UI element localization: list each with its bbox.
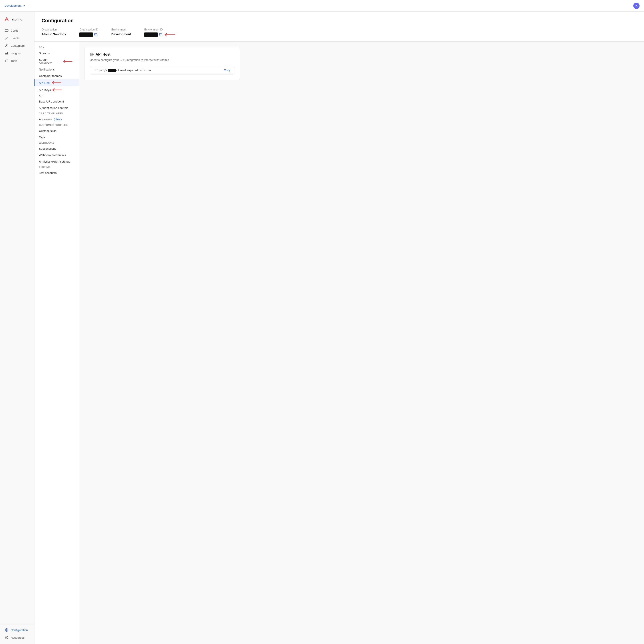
left-nav-custom-fields[interactable]: Custom fields — [34, 128, 79, 134]
customers-icon — [5, 44, 8, 47]
arrow-annotation-env-id — [164, 32, 177, 37]
logo-icon — [4, 16, 10, 22]
testing-label: Testing — [34, 165, 79, 170]
left-nav-notifications[interactable]: Notifications — [34, 66, 79, 73]
main: Configuration Organisation Atomic Sandbo… — [34, 12, 644, 644]
sidebar-item-tools[interactable]: Tools — [1, 57, 33, 64]
url-redacted — [108, 69, 116, 72]
sidebar-bottom: Configuration Resources — [0, 624, 34, 641]
meta-row: Organisation Atomic Sandbox Organization… — [42, 28, 637, 37]
api-host-card-title: API Host — [96, 52, 111, 56]
env-id-value — [144, 32, 177, 37]
org-id-field: Organization ID — [79, 28, 98, 37]
left-nav-api-host[interactable]: API Host — [34, 79, 79, 86]
right-content: API Host Used to configure your SDK inte… — [79, 42, 644, 644]
copy-button[interactable]: Copy — [224, 68, 231, 72]
customer-profiles-label: Customer profiles — [34, 123, 79, 128]
left-nav-base-url[interactable]: Base URL endpoint — [34, 98, 79, 105]
two-col-layout: SDK Streams Stream containers Notificati… — [34, 42, 644, 644]
env-id-redacted — [144, 32, 158, 37]
sidebar-item-tools-label: Tools — [11, 59, 17, 62]
org-id-value — [79, 32, 98, 37]
environment-selector[interactable]: Development — [4, 4, 25, 7]
sidebar-item-customers[interactable]: Customers — [1, 42, 33, 49]
svg-rect-3 — [6, 53, 7, 54]
card-templates-section: Card Templates Approvals Beta — [34, 111, 79, 123]
arrow-annotation-api-keys — [52, 88, 64, 92]
sdk-section-label: SDK — [34, 45, 79, 50]
left-nav-auth-controls[interactable]: Authentication controls — [34, 105, 79, 111]
chevron-down-icon — [22, 4, 25, 7]
environment-label: Development — [4, 4, 22, 7]
configuration-icon — [5, 628, 8, 632]
left-nav-streams[interactable]: Streams — [34, 50, 79, 56]
api-host-url-row: https://client-api.atomic.io Copy — [90, 66, 234, 74]
svg-rect-4 — [7, 52, 8, 54]
sidebar: atomic Cards Events Customers Insights T… — [0, 12, 34, 644]
insights-icon — [5, 51, 8, 55]
sidebar-item-resources-label: Resources — [11, 636, 24, 639]
env-id-copy-icon[interactable] — [159, 33, 163, 36]
svg-point-1 — [6, 44, 7, 46]
environment-field-label: Environment — [111, 28, 131, 31]
api-url-text: https://client-api.atomic.io — [94, 68, 151, 72]
sidebar-item-configuration[interactable]: Configuration — [1, 626, 33, 634]
api-host-card: API Host Used to configure your SDK inte… — [84, 47, 240, 80]
page-title: Configuration — [42, 18, 637, 24]
left-nav-stream-containers[interactable]: Stream containers — [34, 56, 79, 66]
logo-text: atomic — [12, 17, 22, 21]
org-id-redacted — [79, 32, 93, 37]
left-nav-subscriptions[interactable]: Subscriptions — [34, 145, 79, 152]
org-id-label: Organization ID — [79, 28, 98, 31]
stream-containers-label: Stream containers — [39, 58, 62, 65]
left-nav-analytics-export[interactable]: Analytics export settings — [34, 158, 79, 165]
api-host-label: API Host — [39, 81, 50, 85]
sidebar-item-events[interactable]: Events — [1, 34, 33, 42]
organisation-field: Organisation Atomic Sandbox — [42, 28, 66, 36]
svg-rect-2 — [5, 53, 6, 54]
left-nav-api-keys[interactable]: API Keys — [34, 86, 79, 93]
avatar[interactable]: K — [633, 3, 640, 9]
sidebar-item-cards[interactable]: Cards — [1, 27, 33, 34]
webhooks-label: Webhooks — [34, 141, 79, 145]
arrow-annotation-stream-containers — [62, 59, 74, 63]
logo: atomic — [0, 14, 34, 27]
sidebar-item-insights[interactable]: Insights — [1, 49, 33, 57]
sidebar-item-events-label: Events — [11, 36, 20, 40]
api-section-label: API — [34, 93, 79, 98]
app-layout: atomic Cards Events Customers Insights T… — [0, 12, 644, 644]
sidebar-item-insights-label: Insights — [11, 52, 21, 55]
org-id-copy-icon[interactable] — [94, 33, 98, 36]
tools-icon — [5, 59, 8, 62]
api-host-card-header: API Host — [90, 52, 234, 56]
organisation-label: Organisation — [42, 28, 66, 31]
sidebar-item-resources[interactable]: Resources — [1, 634, 33, 641]
testing-section: Testing Test accounts — [34, 165, 79, 176]
left-nav-tags[interactable]: Tags — [34, 134, 79, 141]
arrow-annotation-api-host — [51, 81, 63, 85]
svg-rect-8 — [160, 34, 162, 36]
left-nav: SDK Streams Stream containers Notificati… — [34, 42, 79, 644]
sidebar-item-customers-label: Customers — [11, 44, 25, 47]
sidebar-item-configuration-label: Configuration — [11, 628, 28, 632]
sidebar-item-cards-label: Cards — [11, 29, 18, 32]
topbar-left: Development — [4, 4, 25, 7]
organisation-value: Atomic Sandbox — [42, 32, 66, 36]
left-nav-webhook-credentials[interactable]: Webhook credentials — [34, 152, 79, 158]
cards-icon — [5, 29, 8, 32]
svg-rect-0 — [5, 29, 8, 32]
env-id-field: Environment ID — [144, 28, 177, 37]
page-header: Configuration Organisation Atomic Sandbo… — [34, 12, 644, 42]
environment-field-value: Development — [111, 32, 131, 36]
svg-rect-5 — [5, 60, 8, 62]
events-icon — [5, 36, 8, 40]
api-section: API Base URL endpoint Authentication con… — [34, 93, 79, 111]
webhooks-section: Webhooks Subscriptions Webhook credentia… — [34, 141, 79, 165]
left-nav-test-accounts[interactable]: Test accounts — [34, 170, 79, 176]
card-templates-label: Card Templates — [34, 111, 79, 116]
env-id-label: Environment ID — [144, 28, 177, 31]
api-keys-label: API Keys — [39, 88, 51, 92]
customer-profiles-section: Customer profiles Custom fields Tags — [34, 123, 79, 141]
left-nav-container-themes[interactable]: Container themes — [34, 73, 79, 79]
left-nav-approvals[interactable]: Approvals Beta — [34, 116, 79, 123]
